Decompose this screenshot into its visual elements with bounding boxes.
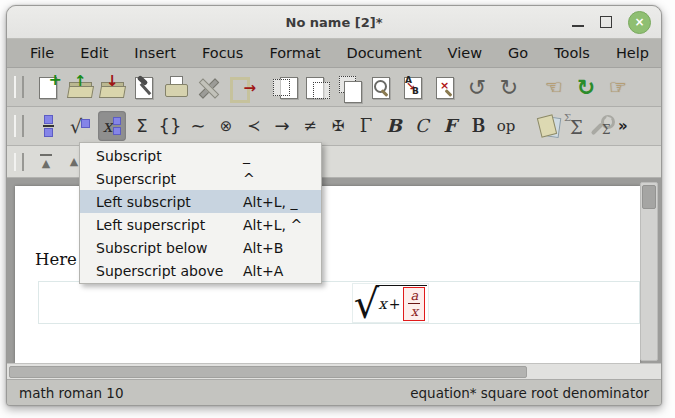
menu-item-superscript-above[interactable]: Superscript above Alt+A <box>80 259 321 282</box>
neq-icon[interactable]: ≠ <box>297 111 323 141</box>
menu-item-shortcut: _ <box>243 148 250 164</box>
placeholder-squares <box>113 117 121 135</box>
menu-insert[interactable]: Insert <box>121 39 189 67</box>
math-tools-icon[interactable]: Σ <box>588 113 614 140</box>
sigma-big-glyph: Σ <box>570 117 583 138</box>
window-title: No name [2]* <box>7 15 661 30</box>
bold-icon[interactable]: B <box>381 111 407 141</box>
cursor-focus-fraction[interactable]: ax <box>403 287 425 322</box>
plus-glyph: + <box>49 70 62 89</box>
blackboard-icon[interactable]: B <box>465 111 491 141</box>
menu-view[interactable]: View <box>435 39 495 67</box>
open-document-icon[interactable]: ↑ <box>67 74 93 101</box>
gamma-icon[interactable]: Γ <box>353 111 379 141</box>
menu-item-label: Superscript above <box>80 263 223 279</box>
main-toolbar: + ↑ ↓ → <box>7 68 661 107</box>
exit-left-icon[interactable]: ▲ <box>35 151 57 173</box>
title-bar[interactable]: No name [2]* × <box>7 6 661 39</box>
status-left: math roman 10 <box>19 385 124 401</box>
refresh-icon[interactable]: ↻ <box>573 74 599 101</box>
menu-item-superscript[interactable]: Superscript ^ <box>80 167 321 190</box>
x-glyph: x <box>103 116 113 136</box>
maltese-icon[interactable]: ✠ <box>325 111 351 141</box>
scripts-dropdown-menu: Subscript _ Superscript ^ Left subscript… <box>79 142 322 284</box>
save-document-icon[interactable]: ↓ <box>99 74 125 101</box>
printer-body <box>165 84 188 97</box>
calligraphic-icon[interactable]: C <box>409 111 435 141</box>
scripts-icon[interactable]: x <box>98 111 126 141</box>
paste-icon[interactable] <box>336 74 362 101</box>
new-document-icon[interactable]: + <box>35 74 61 101</box>
equation-block[interactable]: √x+ax <box>38 281 640 324</box>
menu-file[interactable]: File <box>17 39 67 67</box>
menu-item-label: Left superscript <box>80 217 205 233</box>
equation-focus-box[interactable]: √x+ax <box>352 283 429 323</box>
vertical-scrollbar[interactable] <box>640 182 658 361</box>
spell-check-icon[interactable]: × <box>432 74 458 101</box>
horizontal-scrollbar[interactable] <box>7 363 661 379</box>
menu-item-shortcut: Alt+L, ^ <box>243 217 302 233</box>
vertical-scrollbar-thumb[interactable] <box>642 185 656 209</box>
menu-edit[interactable]: Edit <box>67 39 121 67</box>
evaluate-icon[interactable]: Σ Σ <box>562 113 588 140</box>
menu-item-label: Subscript <box>80 148 162 164</box>
braces-icon[interactable]: {} <box>157 111 183 141</box>
menu-focus[interactable]: Focus <box>189 39 256 67</box>
operator-icon[interactable]: op <box>493 111 519 141</box>
toolbar-grip[interactable] <box>14 115 24 137</box>
find-icon[interactable] <box>368 74 394 101</box>
forward-icon[interactable]: ☞ <box>605 74 631 101</box>
menu-item-shortcut: Alt+L, _ <box>243 194 297 210</box>
minimize-button[interactable] <box>572 25 584 27</box>
export-icon[interactable]: → <box>227 74 253 101</box>
sigma-glyph: Σ <box>602 123 610 137</box>
app-window: No name [2]* × File Edit Insert Focus Fo… <box>6 5 662 406</box>
page-shape <box>344 81 362 103</box>
plus-sign: + <box>389 296 401 312</box>
copy-icon[interactable] <box>304 74 330 101</box>
cut-icon[interactable] <box>272 74 298 101</box>
radicand: x+ax <box>376 285 427 322</box>
menu-item-left-superscript[interactable]: Left superscript Alt+L, ^ <box>80 213 321 236</box>
menu-item-subscript[interactable]: Subscript _ <box>80 144 321 167</box>
status-right: equation* square root denominator <box>410 385 649 401</box>
menu-tools[interactable]: Tools <box>541 39 603 67</box>
document-text[interactable]: Here <box>35 250 77 269</box>
menu-go[interactable]: Go <box>495 39 541 67</box>
build-icon[interactable] <box>131 74 157 101</box>
menu-bar: File Edit Insert Focus Format Document V… <box>7 39 661 68</box>
maximize-button[interactable] <box>600 16 612 28</box>
arrow-icon[interactable]: → <box>269 111 295 141</box>
sqrt-icon[interactable]: √ <box>66 111 94 141</box>
toolbar-grip[interactable] <box>14 76 24 98</box>
undo-icon[interactable]: ↺ <box>464 74 490 101</box>
bar-shape <box>40 154 52 156</box>
menu-item-subscript-below[interactable]: Subscript below Alt+B <box>80 236 321 259</box>
back-icon[interactable]: ☜ <box>541 74 567 101</box>
fraction-denominator: x <box>411 304 418 320</box>
menu-item-label: Left subscript <box>80 194 191 210</box>
overflow-chevron[interactable]: » <box>618 117 628 135</box>
toolbar-grip[interactable] <box>14 153 24 171</box>
close-button[interactable]: × <box>628 11 651 34</box>
redo-icon[interactable]: ↻ <box>496 74 522 101</box>
menu-item-shortcut: ^ <box>243 171 255 187</box>
replace-icon[interactable]: A ↘ B <box>400 74 426 101</box>
menu-format[interactable]: Format <box>256 39 333 67</box>
print-icon[interactable] <box>163 74 189 101</box>
fraction-icon[interactable] <box>34 111 62 141</box>
sum-icon[interactable]: Σ <box>129 111 155 141</box>
menu-item-shortcut: Alt+A <box>243 263 283 279</box>
clipboard-icon[interactable] <box>536 113 562 140</box>
menu-item-left-subscript[interactable]: Left subscript Alt+L, _ <box>80 190 321 213</box>
fraction-shape <box>43 115 54 137</box>
menu-document[interactable]: Document <box>333 39 434 67</box>
menu-help[interactable]: Help <box>603 39 662 67</box>
otimes-icon[interactable]: ⊗ <box>213 111 239 141</box>
wide-tilde-icon[interactable]: ∼ <box>185 111 211 141</box>
horizontal-scrollbar-thumb[interactable] <box>9 366 527 378</box>
math-toolbar: √ x Σ {} ∼ ⊗ ≺ → ≠ ✠ Γ B C F B op Σ Σ <box>7 107 661 146</box>
prec-icon[interactable]: ≺ <box>241 111 267 141</box>
fraktur-icon[interactable]: F <box>437 111 463 141</box>
preferences-icon[interactable] <box>195 74 221 101</box>
